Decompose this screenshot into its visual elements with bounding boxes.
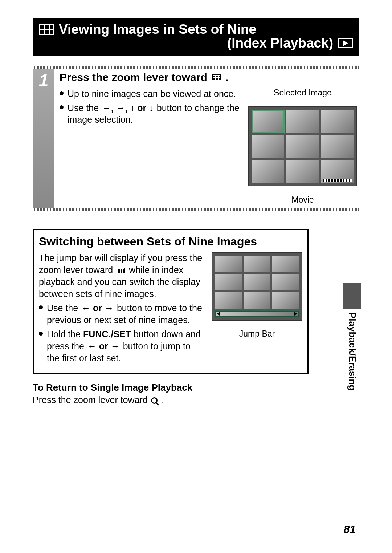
- jump-bar-graphic: [215, 311, 299, 317]
- step1-bullet-1: Up to nine images can be viewed at once.: [60, 88, 240, 100]
- arrow-icons: ← or →: [87, 341, 121, 351]
- switching-section: Switching between Sets of Nine Images Th…: [33, 229, 309, 374]
- magnify-icon: [151, 397, 158, 404]
- step-heading: Press the zoom lever toward .: [60, 71, 357, 84]
- return-section: To Return to Single Image Playback Press…: [33, 382, 359, 405]
- step-number: 1: [33, 69, 54, 208]
- index-icon: [117, 268, 125, 273]
- step1-figure: Selected Image Movie: [248, 88, 357, 205]
- page-number: 81: [344, 523, 356, 536]
- jump-grid: [212, 252, 302, 321]
- func-set-label: FUNC./SET: [83, 329, 131, 339]
- switching-paragraph: The jump bar will display if you press t…: [39, 252, 204, 300]
- section-tab-marker: [343, 283, 361, 309]
- index-icon: [212, 74, 221, 80]
- thumb-selected: [252, 110, 284, 133]
- return-heading: To Return to Single Image Playback: [33, 382, 359, 393]
- switching-bullet-2: Hold the FUNC./SET button down and press…: [39, 328, 204, 364]
- selected-image-label: Selected Image: [248, 88, 357, 98]
- title-line2: (Index Playback): [227, 36, 333, 51]
- page-title-banner: Viewing Images in Sets of Nine (Index Pl…: [33, 18, 359, 56]
- index-thumbnail-grid: [248, 106, 357, 186]
- section-tab: Playback/Erasing: [343, 283, 361, 390]
- title-line1: Viewing Images in Sets of Nine: [59, 22, 256, 37]
- switching-figure: Jump Bar: [212, 252, 302, 366]
- arrow-icons: ← or →: [81, 303, 114, 313]
- thumb-movie: [321, 160, 354, 183]
- step-1-section: 1 Press the zoom lever toward . Up to ni…: [33, 66, 359, 211]
- switching-bullet-1: Use the ← or → button to move to the pre…: [39, 302, 204, 326]
- arrow-icons: ←, →, ↑ or ↓: [101, 103, 154, 113]
- movie-label: Movie: [248, 195, 357, 205]
- switching-title: Switching between Sets of Nine Images: [39, 235, 302, 248]
- playback-mode-icon: [338, 38, 353, 48]
- section-tab-label: Playback/Erasing: [347, 312, 358, 390]
- return-text: Press the zoom lever toward .: [33, 395, 359, 405]
- index-grid-icon: [39, 24, 54, 35]
- step-heading-text: Press the zoom lever toward: [60, 71, 207, 84]
- jump-bar-label: Jump Bar: [212, 329, 302, 339]
- step1-bullet-2: Use the ←, →, ↑ or ↓ button to change th…: [60, 102, 240, 126]
